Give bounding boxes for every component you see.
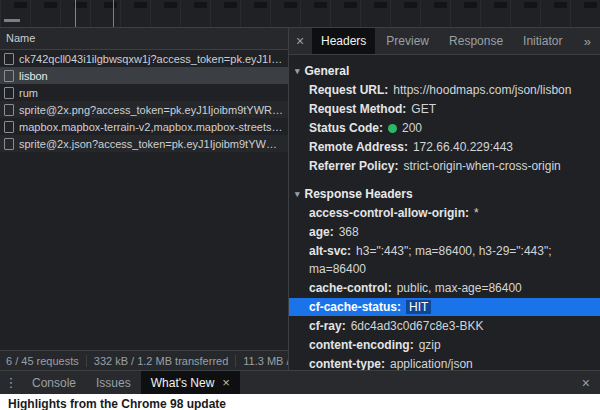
drawer-tab-console[interactable]: Console <box>22 371 86 394</box>
request-name: sprite@2x.json?access_token=pk.eyJ1Ijoib… <box>19 138 284 150</box>
general-section-header[interactable]: ▾ General <box>295 61 592 80</box>
devtools-network-panel: Name ck742qcll043i1ilgbwsqxw1j?access_to… <box>0 0 600 410</box>
header-line: cache-control:public, max-age=86400 <box>295 279 592 297</box>
close-details-icon[interactable]: × <box>289 33 311 49</box>
request-name: mapbox.mapbox-terrain-v2,mapbox.mapbox-s… <box>19 121 284 133</box>
request-rows: ck742qcll043i1ilgbwsqxw1j?access_token=p… <box>0 50 288 350</box>
file-icon <box>4 138 14 150</box>
whats-new-title: Highlights from the Chrome 98 update <box>8 397 226 410</box>
tab-response[interactable]: Response <box>440 28 512 54</box>
summary-divider <box>235 355 236 367</box>
request-list-panel: Name ck742qcll043i1ilgbwsqxw1j?access_to… <box>0 28 288 370</box>
header-line: access-control-allow-origin:* <box>295 204 592 222</box>
request-row[interactable]: rum <box>0 84 288 101</box>
header-line: Remote Address:172.66.40.229:443 <box>295 138 592 156</box>
timeline-request-bar <box>4 19 20 22</box>
request-row[interactable]: mapbox.mapbox-terrain-v2,mapbox.mapbox-s… <box>0 118 288 135</box>
drawer-menu-icon[interactable]: ⋮ <box>0 375 22 390</box>
dom-content-loaded-marker <box>75 0 76 27</box>
request-details-panel: × Headers Preview Response Initiator » ▾… <box>288 28 600 370</box>
header-line: content-type:application/json <box>295 355 592 370</box>
response-headers-section: ▾ Response Headers access-control-allow-… <box>295 184 592 370</box>
request-name: rum <box>19 87 38 99</box>
file-icon <box>4 104 14 116</box>
status-ok-icon <box>388 124 397 133</box>
whats-new-panel: Highlights from the Chrome 98 update <box>0 394 600 410</box>
request-row[interactable]: sprite@2x.png?access_token=pk.eyJ1Ijoibm… <box>0 101 288 118</box>
network-overview-timeline[interactable] <box>0 0 600 28</box>
more-tabs-icon[interactable]: » <box>575 34 600 49</box>
details-tab-bar: × Headers Preview Response Initiator » <box>289 28 600 55</box>
load-event-marker <box>113 0 114 27</box>
header-line-highlighted[interactable]: cf-cache-status:HIT <box>289 298 600 316</box>
tab-initiator[interactable]: Initiator <box>514 28 571 54</box>
headers-pane: ▾ General Request URL:https://hoodmaps.c… <box>289 55 600 370</box>
header-line: alt-svc:h3=":443"; ma=86400, h3-29=":443… <box>295 242 592 278</box>
file-icon <box>4 53 14 65</box>
request-row[interactable]: sprite@2x.json?access_token=pk.eyJ1Ijoib… <box>0 135 288 152</box>
header-line: cf-ray:6dc4ad3c0d67c8e3-BKK <box>295 317 592 335</box>
section-title: Response Headers <box>305 187 413 201</box>
section-title: General <box>305 64 350 78</box>
close-tab-icon[interactable]: × <box>222 375 230 390</box>
drawer-tab-whats-new[interactable]: What's New × <box>141 371 240 394</box>
triangle-down-icon: ▾ <box>295 66 300 76</box>
search-match-value: HIT <box>406 300 431 314</box>
triangle-down-icon: ▾ <box>295 189 300 199</box>
request-row[interactable]: ck742qcll043i1ilgbwsqxw1j?access_token=p… <box>0 50 288 67</box>
header-line: Request URL:https://hoodmaps.com/json/li… <box>295 81 592 99</box>
transferred-size: 332 kB / 1.2 MB transferred <box>94 355 229 367</box>
file-icon <box>4 121 14 133</box>
request-row-selected[interactable]: lisbon <box>0 67 288 84</box>
resources-size: 11.3 MB / <box>243 355 288 367</box>
timeline-ruler-labels <box>14 2 600 8</box>
general-section: ▾ General Request URL:https://hoodmaps.c… <box>295 61 592 175</box>
column-header-name[interactable]: Name <box>0 28 288 50</box>
response-headers-section-header[interactable]: ▾ Response Headers <box>295 184 592 203</box>
request-name: sprite@2x.png?access_token=pk.eyJ1Ijoibm… <box>19 104 284 116</box>
drawer-tab-issues[interactable]: Issues <box>86 371 141 394</box>
header-line: content-encoding:gzip <box>295 336 592 354</box>
requests-count: 6 / 45 requests <box>6 355 79 367</box>
summary-divider <box>86 355 87 367</box>
request-name: lisbon <box>19 70 48 82</box>
network-summary-bar: 6 / 45 requests 332 kB / 1.2 MB transfer… <box>0 350 288 370</box>
tab-preview[interactable]: Preview <box>377 28 438 54</box>
drawer-tab-label: What's New <box>151 376 215 390</box>
header-line-status: Status Code:200 <box>295 119 592 137</box>
file-icon <box>4 70 14 82</box>
header-line: age:368 <box>295 223 592 241</box>
header-line: Referrer Policy:strict-origin-when-cross… <box>295 157 592 175</box>
tab-headers[interactable]: Headers <box>312 28 375 54</box>
file-icon <box>4 87 14 99</box>
request-name: ck742qcll043i1ilgbwsqxw1j?access_token=p… <box>19 53 284 65</box>
drawer-tab-bar: ⋮ Console Issues What's New × × <box>0 370 600 394</box>
header-line: Request Method:GET <box>295 100 592 118</box>
close-drawer-icon[interactable]: × <box>572 375 600 391</box>
